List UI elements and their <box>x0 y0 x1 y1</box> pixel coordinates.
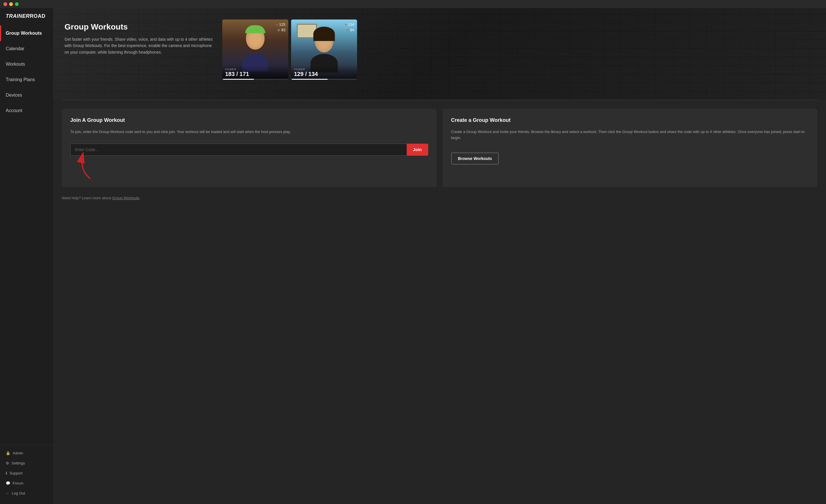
video-2-power-value: 129 / 134 <box>294 71 354 77</box>
footer-item-forum[interactable]: 💬 Forum <box>0 478 53 488</box>
cards-section: Join A Group Workout To join, enter the … <box>53 100 826 196</box>
heart-icon-2: ♥ <box>345 23 347 26</box>
minimize-button[interactable] <box>9 2 13 6</box>
video-1-progress-fill <box>222 79 254 80</box>
video-1-cadence: ◉ 93 <box>277 28 285 32</box>
hero-section: Group Workouts Get faster with your frie… <box>53 8 826 100</box>
hero-text-content: Group Workouts Get faster with your frie… <box>64 19 214 55</box>
video-1-heartrate: ♥ 125 <box>276 22 285 27</box>
create-card-title: Create a Group Workout <box>451 117 809 123</box>
video-1-stats: ♥ 125 ◉ 93 <box>276 22 285 32</box>
sidebar-footer: 🔒 Admin ⚙ Settings ℹ Support 💬 Forum ← L… <box>0 445 53 504</box>
join-card-title: Join A Group Workout <box>70 117 428 123</box>
info-icon: ℹ <box>6 471 7 475</box>
hero-videos: ♥ 125 ◉ 93 POWER 183 / 171 <box>222 19 357 80</box>
close-button[interactable] <box>3 2 7 6</box>
video-2-stats: ♥ 134 ◉ 84 <box>345 22 354 32</box>
video-2-power-label: POWER <box>294 68 354 71</box>
heart-icon-1: ♥ <box>276 23 278 26</box>
video-card-2: ♥ 134 ◉ 84 POWER 129 / 134 <box>291 19 357 80</box>
video-2-progress-bar <box>291 79 357 80</box>
cadence-icon-2: ◉ <box>346 28 349 32</box>
sidebar-nav: Group Workouts Calendar Workouts Trainin… <box>0 25 53 445</box>
browse-workouts-button[interactable]: Browse Workouts <box>451 152 499 165</box>
sidebar-item-devices[interactable]: Devices <box>0 87 53 103</box>
video-card-2-inner: ♥ 134 ◉ 84 POWER 129 / 134 <box>291 19 357 80</box>
video-2-overlay: POWER 129 / 134 <box>291 66 357 80</box>
sidebar-item-account[interactable]: Account <box>0 103 53 118</box>
titlebar <box>0 0 826 8</box>
help-text: Need help? Learn more about Group Workou… <box>53 196 826 209</box>
create-card-description: Create a Group Workout and invite your f… <box>451 129 809 141</box>
sidebar-item-calendar[interactable]: Calendar <box>0 41 53 57</box>
cadence-icon-1: ◉ <box>277 28 280 32</box>
arrow-indicator <box>67 147 119 182</box>
group-workouts-link[interactable]: Group Workouts <box>112 196 139 200</box>
person-2-hair <box>313 27 335 41</box>
video-card-1: ♥ 125 ◉ 93 POWER 183 / 171 <box>222 19 288 80</box>
hero-title: Group Workouts <box>64 22 214 32</box>
video-2-progress-fill <box>291 79 328 80</box>
logo: TRAINERROAD <box>0 8 53 25</box>
join-card: Join A Group Workout To join, enter the … <box>62 109 437 187</box>
arrow-container <box>70 156 428 179</box>
main-content: Group Workouts Get faster with your frie… <box>53 8 826 504</box>
sidebar-item-group-workouts[interactable]: Group Workouts <box>0 25 53 41</box>
code-input-row: Join <box>70 144 428 156</box>
sidebar-item-training-plans[interactable]: Training Plans <box>0 72 53 87</box>
join-button[interactable]: Join <box>407 144 428 156</box>
hero-description: Get faster with your friends. Share vide… <box>64 36 214 55</box>
video-1-power-value: 183 / 171 <box>225 71 285 77</box>
forum-icon: 💬 <box>6 481 10 485</box>
maximize-button[interactable] <box>15 2 19 6</box>
video-1-progress-bar <box>222 79 288 80</box>
video-1-power-label: POWER <box>225 68 285 71</box>
sidebar-item-workouts[interactable]: Workouts <box>0 57 53 72</box>
join-card-description: To join, enter the Group Workout code se… <box>70 129 428 135</box>
video-2-heartrate: ♥ 134 <box>345 22 354 27</box>
create-card: Create a Group Workout Create a Group Wo… <box>442 109 818 187</box>
video-2-cadence: ◉ 84 <box>346 28 354 32</box>
gear-icon: ⚙ <box>6 461 9 465</box>
video-1-overlay: POWER 183 / 171 <box>222 66 288 80</box>
footer-item-admin[interactable]: 🔒 Admin <box>0 448 53 458</box>
footer-item-logout[interactable]: ← Log Out <box>0 488 53 498</box>
footer-item-settings[interactable]: ⚙ Settings <box>0 458 53 468</box>
sidebar: TRAINERROAD Group Workouts Calendar Work… <box>0 8 53 504</box>
logout-icon: ← <box>6 491 9 495</box>
code-input[interactable] <box>70 144 407 156</box>
footer-item-support[interactable]: ℹ Support <box>0 468 53 478</box>
video-card-1-inner: ♥ 125 ◉ 93 POWER 183 / 171 <box>222 19 288 80</box>
lock-icon: 🔒 <box>6 451 10 455</box>
